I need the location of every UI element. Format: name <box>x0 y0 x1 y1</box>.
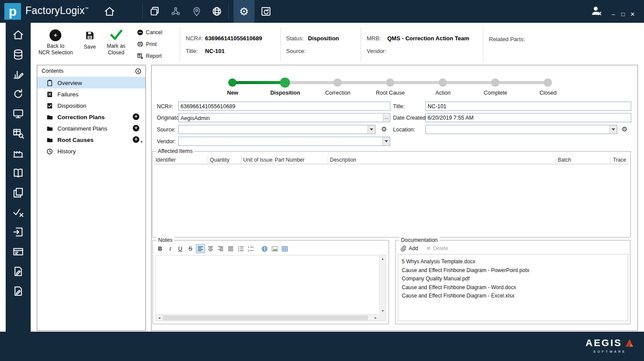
document-file[interactable]: 5 Whys Analysis Template.docx <box>402 258 624 266</box>
bold-button[interactable]: B <box>156 244 165 253</box>
layers-icon[interactable] <box>149 6 160 17</box>
sidebar-refresh-icon[interactable] <box>12 88 24 100</box>
mark-closed-button[interactable] <box>110 28 123 41</box>
contents-item-root-causes[interactable]: Root Causes + ▾ <box>37 134 145 145</box>
insert-link-icon[interactable] <box>260 244 269 253</box>
align-right-button[interactable] <box>216 244 225 253</box>
notes-editor[interactable]: ▲ ▼ ◄ ► <box>156 255 386 321</box>
contents-item-correction-plans[interactable]: Correction Plans + <box>37 111 145 123</box>
step-dot-disposition[interactable] <box>280 78 290 88</box>
sidebar-import-icon[interactable] <box>12 226 24 238</box>
add-root-cause-button[interactable]: + <box>133 136 139 143</box>
align-left-button[interactable] <box>196 244 205 253</box>
mark-closed-button-label[interactable]: Mark as Closed <box>96 43 136 56</box>
sidebar-card-icon[interactable] <box>12 246 24 258</box>
settings-tab[interactable]: ⚙ <box>234 0 255 23</box>
originator-input[interactable]: AegisAdmin … <box>178 113 390 122</box>
step-dot-closed[interactable] <box>544 78 552 87</box>
location-settings-gear-icon[interactable]: ⚙ <box>622 125 627 133</box>
step-dot-root-cause[interactable] <box>386 78 394 87</box>
strikethrough-button[interactable]: S <box>186 244 195 253</box>
contents-item-containment-plans[interactable]: Containment Plans + <box>37 123 145 134</box>
add-correction-plan-button[interactable]: + <box>133 113 139 120</box>
notes-horizontal-scrollbar[interactable]: ◄ ► <box>156 314 379 321</box>
dropdown-arrow-icon[interactable] <box>382 137 390 145</box>
source-dropdown[interactable] <box>178 125 375 134</box>
scroll-up-icon[interactable]: ▲ <box>379 255 386 262</box>
globe-icon[interactable] <box>211 6 223 17</box>
sidebar-monitor-icon[interactable] <box>12 108 24 120</box>
column-description[interactable]: Description <box>328 156 556 164</box>
report-button[interactable]: Report <box>137 53 162 60</box>
underline-button[interactable]: U <box>176 244 185 253</box>
scroll-down-icon[interactable]: ▼ <box>379 308 386 314</box>
add-containment-plan-button[interactable]: + <box>133 125 139 131</box>
source-settings-gear-icon[interactable]: ⚙ <box>381 125 387 133</box>
delete-document-button[interactable]: Delete <box>433 245 448 251</box>
vendor-dropdown[interactable] <box>178 137 390 146</box>
contents-item-overview[interactable]: Overview <box>37 77 145 88</box>
sidebar-document-edit-icon[interactable] <box>12 265 24 277</box>
notes-vertical-scrollbar[interactable]: ▲ ▼ <box>379 255 386 314</box>
home-icon[interactable] <box>104 6 115 17</box>
location-pin-icon[interactable] <box>191 6 202 17</box>
sidebar-copy-icon[interactable] <box>12 187 24 198</box>
sidebar-database-icon[interactable] <box>12 49 24 60</box>
document-file[interactable]: Cause and Effect Fishbone Diagram - Powe… <box>402 266 624 275</box>
document-file[interactable]: Cause and Effect Fishbone Diagram - Word… <box>402 283 624 292</box>
bullet-list-button[interactable] <box>236 244 245 253</box>
step-dot-new[interactable] <box>228 78 237 87</box>
step-dot-action[interactable] <box>439 78 447 87</box>
insert-image-icon[interactable] <box>270 244 279 253</box>
sidebar-home-icon[interactable] <box>12 29 24 41</box>
sidebar-analytics-edit-icon[interactable] <box>12 68 24 80</box>
affected-items-table-body[interactable] <box>154 165 629 236</box>
user-logout-icon[interactable] <box>590 5 602 17</box>
step-dot-complete[interactable] <box>491 78 499 87</box>
dropdown-arrow-icon[interactable] <box>368 125 375 134</box>
column-identifier[interactable]: Identifier <box>154 156 208 164</box>
scroll-left-icon[interactable]: ◄ <box>156 315 163 321</box>
column-quantity[interactable]: Quantity <box>208 156 241 164</box>
column-batch[interactable]: Batch <box>556 156 611 164</box>
originator-browse-button[interactable]: … <box>383 114 389 121</box>
title-input[interactable] <box>425 102 631 111</box>
column-part-number[interactable]: Part Number <box>273 156 328 164</box>
sidebar-data-search-icon[interactable] <box>12 127 24 139</box>
scrollbar-thumb[interactable] <box>163 315 368 320</box>
ncr-input[interactable] <box>178 102 390 111</box>
sidebar-factory-icon[interactable] <box>12 147 24 159</box>
sidebar-book-icon[interactable] <box>12 167 24 179</box>
sidebar-document-edit2-icon[interactable] <box>12 285 24 297</box>
add-menu-caret-icon[interactable]: ▾ <box>141 140 142 144</box>
contents-item-history[interactable]: History <box>37 145 145 157</box>
location-dropdown[interactable] <box>425 125 617 134</box>
document-file[interactable]: Company Quality Manual.pdf <box>402 275 624 283</box>
close-button[interactable]: ✕ <box>629 11 636 18</box>
dropdown-arrow-icon[interactable] <box>609 125 617 134</box>
maximize-button[interactable]: □ <box>619 11 626 18</box>
back-button[interactable] <box>50 29 61 41</box>
column-trace[interactable]: Trace <box>611 156 629 164</box>
align-justify-button[interactable] <box>226 244 235 253</box>
add-document-button[interactable]: Add <box>409 245 418 251</box>
network-icon[interactable] <box>170 6 181 17</box>
back-button-label[interactable]: Back to NCR Selection <box>36 43 75 56</box>
print-button[interactable]: Print <box>137 41 157 48</box>
sync-box-icon[interactable] <box>260 6 272 17</box>
cancel-button[interactable]: Cancel <box>137 29 162 36</box>
sidebar-verify-icon[interactable] <box>12 206 24 218</box>
collapse-contents-icon[interactable] <box>134 67 142 75</box>
numbered-list-button[interactable]: 12 <box>246 244 255 253</box>
column-unit-of-issue[interactable]: Unit of Issue <box>241 156 273 164</box>
step-dot-correction[interactable] <box>333 78 342 87</box>
italic-button[interactable]: I <box>166 244 175 253</box>
save-button[interactable] <box>85 30 95 41</box>
minimize-button[interactable]: – <box>610 11 617 18</box>
align-center-button[interactable] <box>206 244 215 253</box>
contents-item-disposition[interactable]: Disposition <box>37 100 145 111</box>
scroll-right-icon[interactable]: ► <box>372 315 379 321</box>
date-created-input[interactable] <box>425 113 631 122</box>
insert-table-icon[interactable] <box>280 244 289 253</box>
contents-item-failures[interactable]: Failures <box>37 88 145 100</box>
